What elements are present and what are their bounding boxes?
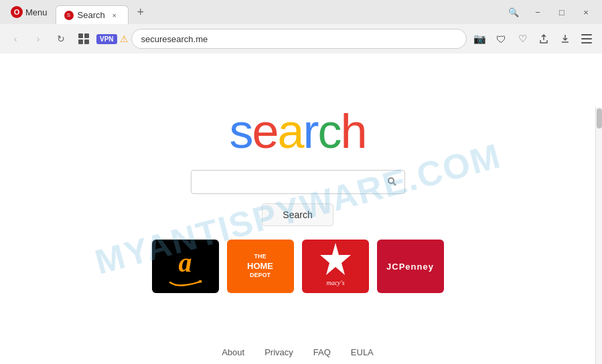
address-bar: ‹ › ↻ VPN ⚠ securesearch.me 📷 🛡 ♡	[0, 24, 602, 54]
svg-marker-10	[320, 243, 351, 275]
search-logo: search	[229, 107, 366, 155]
scrollbar[interactable]	[595, 107, 602, 364]
svg-rect-6	[581, 42, 592, 43]
svg-line-8	[393, 183, 396, 185]
download-icon[interactable]	[555, 29, 575, 49]
macys-tile[interactable]: macy's	[302, 240, 369, 293]
heart-icon[interactable]: ♡	[512, 29, 532, 49]
tab-bar: O Menu S Search × + 🔍 − □ ×	[0, 0, 602, 24]
tab-favicon: S	[64, 11, 74, 20]
new-tab-button[interactable]: +	[131, 3, 150, 21]
logo-s: s	[229, 104, 252, 158]
vpn-badge[interactable]: VPN	[96, 34, 117, 44]
address-right-icons: 📷 🛡 ♡	[469, 29, 597, 49]
search-input[interactable]	[197, 177, 384, 187]
svg-rect-1	[84, 33, 89, 38]
logo-c: c	[318, 104, 341, 158]
close-window-button[interactable]: ×	[575, 3, 597, 21]
eula-link[interactable]: EULA	[351, 347, 374, 357]
search-button[interactable]: Search	[262, 203, 333, 226]
tab-search[interactable]: S Search ×	[56, 5, 129, 24]
svg-rect-3	[84, 39, 89, 44]
macys-logo: macy's	[319, 242, 352, 291]
logo-e: e	[252, 104, 277, 158]
menu-tab[interactable]: O Menu	[5, 3, 53, 21]
page-footer: About Privacy FAQ EULA	[0, 347, 595, 357]
reload-button[interactable]: ↻	[51, 29, 71, 49]
search-browser-button[interactable]: 🔍	[503, 3, 524, 21]
url-bar[interactable]: securesearch.me	[131, 29, 467, 49]
amazon-tile[interactable]: a	[152, 240, 219, 293]
logo-a: a	[277, 104, 303, 158]
jcpenney-logo: JCPenney	[386, 262, 434, 272]
tab-label: Search	[78, 10, 105, 20]
page-content: MYANTISPYWARE.COM search Se	[0, 54, 595, 364]
search-box-container	[191, 170, 405, 194]
menu-label: Menu	[25, 7, 48, 17]
maximize-button[interactable]: □	[551, 3, 573, 21]
camera-icon[interactable]: 📷	[469, 29, 490, 49]
svg-rect-5	[581, 38, 592, 39]
shield-icon[interactable]: 🛡	[491, 29, 511, 49]
quick-access-tiles: a THE HOME DEPOT	[152, 240, 444, 293]
svg-point-7	[388, 178, 394, 183]
url-text: securesearch.me	[141, 34, 208, 44]
svg-rect-4	[581, 34, 592, 35]
homedepot-logo: THE HOME DEPOT	[247, 253, 273, 280]
homedepot-tile[interactable]: THE HOME DEPOT	[227, 240, 294, 293]
logo-h: h	[341, 104, 366, 158]
faq-link[interactable]: FAQ	[313, 347, 331, 357]
search-icon[interactable]	[384, 174, 399, 191]
opera-logo: O	[11, 6, 23, 18]
forward-button[interactable]: ›	[28, 29, 48, 49]
search-input-wrapper	[191, 170, 405, 194]
svg-rect-0	[78, 33, 83, 38]
warning-icon: ⚠	[120, 33, 129, 44]
close-tab-button[interactable]: ×	[109, 10, 120, 21]
logo-r: r	[303, 104, 318, 158]
svg-text:macy's: macy's	[326, 279, 344, 286]
jcpenney-tile[interactable]: JCPenney	[377, 240, 444, 293]
svg-rect-2	[78, 39, 83, 44]
share-icon[interactable]	[534, 29, 554, 49]
back-button[interactable]: ‹	[5, 29, 25, 49]
scrollbar-thumb[interactable]	[597, 108, 602, 128]
browser-window: O Menu S Search × + 🔍 − □ × ‹ › ↻ VPN ⚠	[0, 0, 602, 364]
speed-dial-button[interactable]	[74, 29, 94, 49]
minimize-button[interactable]: −	[527, 3, 548, 21]
browser-menu-icon[interactable]	[577, 29, 597, 49]
privacy-link[interactable]: Privacy	[265, 347, 293, 357]
about-link[interactable]: About	[222, 347, 244, 357]
amazon-logo: a	[169, 247, 202, 286]
